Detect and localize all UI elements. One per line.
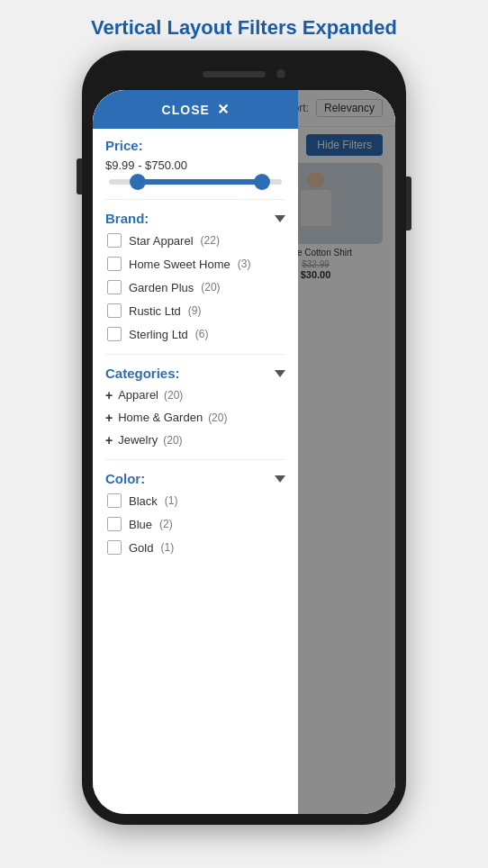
- brand-count-garden-plus: (20): [201, 281, 220, 294]
- phone-camera: [276, 69, 285, 78]
- color-item-blue[interactable]: Blue (2): [107, 517, 285, 531]
- color-label: Color:: [105, 471, 145, 486]
- brand-section: Brand: Star Apparel (22) Home Sw: [105, 211, 285, 341]
- brand-checkbox-garden-plus[interactable]: [107, 280, 122, 294]
- phone-frame: ms per page: 24 ort: Relevancy Hide Filt…: [82, 50, 406, 825]
- filter-header: CLOSE ✕: [93, 90, 298, 129]
- brand-name-home-sweet-home: Home Sweet Home: [129, 258, 230, 271]
- price-label: Price:: [105, 138, 285, 153]
- brand-chevron-icon[interactable]: [275, 215, 285, 222]
- brand-item-garden-plus[interactable]: Garden Plus (20): [107, 280, 285, 294]
- category-count-jewelry: (20): [163, 434, 182, 447]
- category-list: + Apparel (20) + Home & Garden (20) +: [105, 388, 285, 447]
- category-count-home-garden: (20): [208, 411, 227, 424]
- color-name-black: Black: [129, 494, 158, 508]
- brand-item-star-apparel[interactable]: Star Apparel (22): [107, 233, 285, 248]
- filter-panel: CLOSE ✕ Price: $9.99 - $750.00: [93, 90, 298, 814]
- brand-checkbox-rustic-ltd[interactable]: [107, 303, 122, 318]
- categories-chevron-icon[interactable]: [275, 370, 285, 377]
- brand-name-garden-plus: Garden Plus: [129, 281, 194, 294]
- expand-jewelry-icon: +: [105, 434, 113, 447]
- color-name-blue: Blue: [129, 518, 152, 531]
- brand-checkbox-sterling-ltd[interactable]: [107, 327, 122, 341]
- categories-label: Categories:: [105, 366, 180, 381]
- close-label: CLOSE: [162, 103, 210, 117]
- category-count-apparel: (20): [164, 389, 183, 402]
- phone-screen: ms per page: 24 ort: Relevancy Hide Filt…: [93, 90, 395, 814]
- brand-count-sterling-ltd: (6): [195, 328, 209, 340]
- slider-thumb-left[interactable]: [130, 174, 146, 190]
- brand-name-rustic-ltd: Rustic Ltd: [129, 304, 181, 318]
- brand-item-rustic-ltd[interactable]: Rustic Ltd (9): [107, 303, 285, 318]
- page-title: Vertical Layout Filters Expanded: [0, 0, 488, 50]
- color-count-blue: (2): [159, 518, 173, 530]
- brand-list: Star Apparel (22) Home Sweet Home (3) Ga…: [105, 233, 285, 341]
- brand-count-home-sweet-home: (3): [238, 258, 251, 270]
- color-count-gold: (1): [160, 541, 174, 554]
- slider-thumb-right[interactable]: [254, 174, 270, 190]
- color-section: Color: Black (1) Blue: [105, 471, 285, 555]
- color-checkbox-gold[interactable]: [107, 540, 122, 555]
- category-item-apparel[interactable]: + Apparel (20): [105, 388, 285, 402]
- category-name-home-garden: Home & Garden: [118, 411, 203, 424]
- categories-section: Categories: + Apparel (20) + Home: [105, 366, 285, 447]
- brand-item-home-sweet-home[interactable]: Home Sweet Home (3): [107, 257, 285, 271]
- color-checkbox-blue[interactable]: [107, 517, 122, 531]
- brand-checkbox-home-sweet-home[interactable]: [107, 257, 122, 271]
- color-checkbox-black[interactable]: [107, 493, 122, 508]
- price-range: $9.99 - $750.00: [105, 158, 285, 172]
- brand-count-star-apparel: (22): [201, 234, 220, 247]
- category-item-jewelry[interactable]: + Jewelry (20): [105, 433, 285, 447]
- category-name-jewelry: Jewelry: [118, 433, 158, 447]
- brand-checkbox-star-apparel[interactable]: [107, 233, 122, 248]
- color-item-black[interactable]: Black (1): [107, 493, 285, 508]
- brand-item-sterling-ltd[interactable]: Sterling Ltd (6): [107, 327, 285, 341]
- color-item-gold[interactable]: Gold (1): [107, 540, 285, 555]
- expand-home-garden-icon: +: [105, 411, 113, 424]
- brand-name-star-apparel: Star Apparel: [129, 234, 194, 248]
- brand-count-rustic-ltd: (9): [188, 304, 202, 317]
- brand-label: Brand:: [105, 211, 149, 226]
- category-name-apparel: Apparel: [118, 388, 158, 402]
- slider-fill: [135, 179, 265, 185]
- brand-name-sterling-ltd: Sterling Ltd: [129, 328, 188, 341]
- color-name-gold: Gold: [129, 541, 153, 555]
- color-list: Black (1) Blue (2) Gold (1: [105, 493, 285, 555]
- expand-apparel-icon: +: [105, 389, 113, 402]
- price-section: Price: $9.99 - $750.00: [105, 138, 285, 185]
- color-count-black: (1): [165, 494, 178, 507]
- close-icon[interactable]: ✕: [217, 101, 230, 118]
- price-slider-track[interactable]: [109, 179, 282, 185]
- category-item-home-garden[interactable]: + Home & Garden (20): [105, 411, 285, 424]
- phone-speaker: [203, 71, 266, 77]
- color-chevron-icon[interactable]: [275, 475, 285, 483]
